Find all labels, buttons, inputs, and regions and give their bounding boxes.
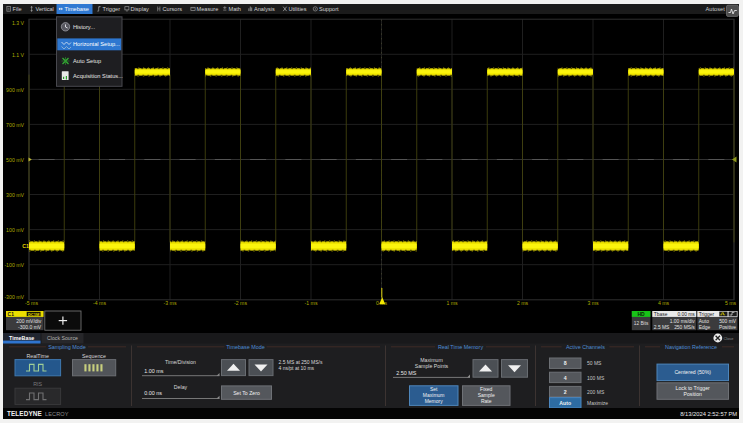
svg-text:0.00 ms: 0.00 ms [677, 312, 695, 317]
svg-text:Delay: Delay [174, 384, 188, 390]
svg-text:Trigger: Trigger [103, 6, 121, 12]
svg-text:HD: HD [637, 311, 645, 317]
svg-text:Vertical: Vertical [36, 6, 54, 12]
svg-text:100 mV: 100 mV [6, 227, 24, 233]
svg-text:200 MS: 200 MS [587, 389, 605, 395]
svg-text:Positive: Positive [719, 325, 736, 330]
svg-text:1.00 ms: 1.00 ms [144, 368, 163, 374]
svg-text:Support: Support [319, 6, 339, 12]
svg-text:-2 ms: -2 ms [234, 300, 247, 306]
svg-text:4 ns/pt at 10 ms: 4 ns/pt at 10 ms [279, 365, 315, 371]
svg-text:250 MS/s: 250 MS/s [674, 325, 695, 330]
svg-text:8: 8 [564, 360, 567, 366]
svg-text:Lock to Trigger: Lock to Trigger [676, 385, 711, 391]
svg-text:5 ms: 5 ms [725, 300, 737, 306]
svg-text:-300 mV: -300 mV [4, 294, 24, 300]
svg-text:3 ms: 3 ms [587, 300, 599, 306]
svg-text:Sampling Mode: Sampling Mode [48, 344, 85, 350]
svg-text:1.3 V: 1.3 V [12, 20, 25, 26]
svg-text:-5 ms: -5 ms [25, 300, 38, 306]
svg-text:Set To Zero: Set To Zero [233, 390, 260, 396]
svg-text:-4 ms: -4 ms [93, 300, 106, 306]
svg-text:Memory: Memory [425, 398, 444, 404]
svg-text:Time/Division: Time/Division [165, 359, 196, 365]
svg-text:Maximize: Maximize [587, 400, 608, 406]
svg-text:300 mV: 300 mV [6, 192, 24, 198]
svg-text:-300.0 mV: -300.0 mV [18, 324, 42, 330]
svg-text:Timebase: Timebase [65, 6, 89, 12]
svg-text:Centered (50%): Centered (50%) [674, 369, 711, 375]
svg-text:C1: C1 [22, 243, 29, 249]
svg-text:-3 ms: -3 ms [164, 300, 177, 306]
svg-text:1.00 ms/div: 1.00 ms/div [670, 319, 696, 324]
svg-text:TELEDYNE: TELEDYNE [7, 410, 43, 417]
svg-text:12 Bits: 12 Bits [634, 321, 649, 326]
svg-text:Utilities: Utilities [289, 6, 307, 12]
svg-text:Tbase: Tbase [654, 312, 668, 317]
svg-text:Auto: Auto [699, 319, 709, 324]
svg-text:900 mV: 900 mV [6, 87, 24, 93]
svg-text:Horizontal Setup...: Horizontal Setup... [73, 41, 120, 47]
svg-text:0.00 ns: 0.00 ns [144, 390, 162, 396]
svg-text:Autoset: Autoset [706, 6, 726, 12]
svg-text:File: File [13, 6, 22, 12]
svg-text:2.5 MS at 250 MS/s: 2.5 MS at 250 MS/s [279, 359, 323, 365]
svg-text:Clock Source: Clock Source [47, 335, 78, 341]
svg-text:8/13/2024 2:52:57 PM: 8/13/2024 2:52:57 PM [680, 411, 737, 417]
svg-text:History...: History... [73, 24, 95, 30]
svg-text:1.1 V: 1.1 V [12, 52, 25, 58]
svg-text:-100 mV: -100 mV [4, 262, 24, 268]
svg-text:700 mV: 700 mV [6, 122, 24, 128]
svg-text:2: 2 [564, 389, 567, 395]
svg-text:Maximum: Maximum [420, 357, 442, 363]
svg-text:Real Time Memory: Real Time Memory [438, 344, 484, 350]
svg-text:Trigger: Trigger [699, 312, 715, 317]
svg-text:Acquisition Status...: Acquisition Status... [73, 73, 123, 79]
svg-text:Analysis: Analysis [254, 6, 275, 12]
svg-text:Timebase Mode: Timebase Mode [226, 344, 264, 350]
svg-text:2 ms: 2 ms [517, 300, 529, 306]
svg-text:C1: C1 [8, 312, 15, 317]
svg-text:4 ms: 4 ms [658, 300, 670, 306]
svg-text:50 MS: 50 MS [587, 360, 602, 366]
svg-text:1 ms: 1 ms [446, 300, 458, 306]
svg-text:Edge: Edge [699, 325, 711, 330]
svg-text:Math: Math [229, 6, 241, 12]
svg-text:Navigation Reference: Navigation Reference [665, 344, 717, 350]
svg-text:Auto Setup: Auto Setup [73, 58, 101, 64]
svg-text:500 mV: 500 mV [719, 319, 737, 324]
svg-text:100 MS: 100 MS [587, 375, 605, 381]
svg-text:TimeBase: TimeBase [9, 335, 34, 341]
svg-text:Auto: Auto [559, 400, 571, 406]
svg-text:DC1M: DC1M [28, 312, 40, 317]
svg-text:500 mV: 500 mV [6, 157, 24, 163]
svg-text:Active Channels: Active Channels [566, 344, 605, 350]
svg-text:Sample Points: Sample Points [415, 363, 449, 369]
svg-text:-1 ms: -1 ms [305, 300, 318, 306]
svg-text:Position: Position [683, 391, 702, 397]
svg-text:2.50 MS: 2.50 MS [396, 370, 416, 376]
svg-text:2.5 MS: 2.5 MS [654, 325, 670, 330]
svg-text:Close: Close [724, 336, 734, 341]
svg-text:Cursors: Cursors [163, 6, 183, 12]
svg-text:RealTime: RealTime [26, 353, 49, 359]
svg-text:Display: Display [131, 6, 150, 12]
svg-text:RIS: RIS [33, 381, 42, 387]
svg-text:LECROY: LECROY [45, 411, 69, 417]
svg-text:Sequence: Sequence [82, 353, 106, 359]
svg-text:Rate: Rate [481, 398, 492, 404]
svg-text:Measure: Measure [197, 6, 219, 12]
svg-text:200 mV/div: 200 mV/div [16, 318, 42, 324]
svg-text:4: 4 [564, 375, 567, 381]
